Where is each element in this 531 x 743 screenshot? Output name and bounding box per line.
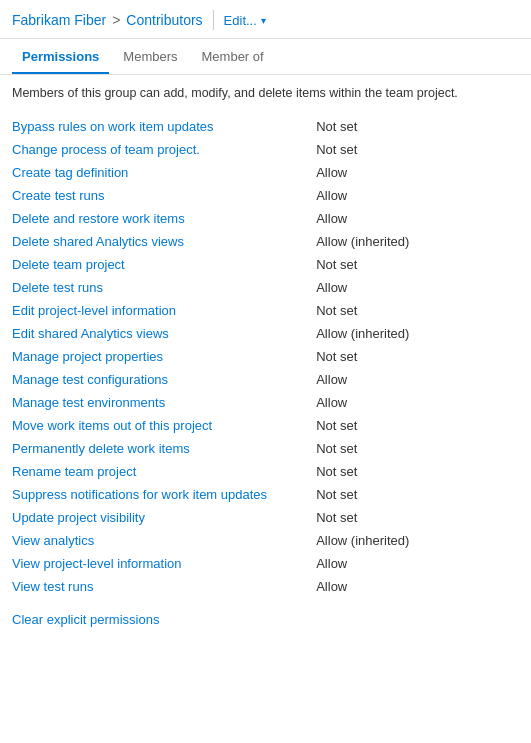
table-row: Change process of team project.Not set — [12, 138, 519, 161]
table-row: Bypass rules on work item updatesNot set — [12, 115, 519, 138]
edit-label: Edit... — [224, 13, 257, 28]
org-name-link[interactable]: Fabrikam Fiber — [12, 12, 106, 28]
permission-name-link[interactable]: Bypass rules on work item updates — [12, 115, 316, 138]
table-row: Create test runsAllow — [12, 184, 519, 207]
permission-name-link[interactable]: Change process of team project. — [12, 138, 316, 161]
table-row: Delete test runsAllow — [12, 276, 519, 299]
table-row: Create tag definitionAllow — [12, 161, 519, 184]
table-row: Edit project-level informationNot set — [12, 299, 519, 322]
permission-status: Allow (inherited) — [316, 322, 519, 345]
permission-name-link[interactable]: Manage project properties — [12, 345, 316, 368]
tab-member-of[interactable]: Member of — [192, 39, 274, 74]
permissions-table: Bypass rules on work item updatesNot set… — [12, 115, 519, 598]
permission-name-link[interactable]: Edit shared Analytics views — [12, 322, 316, 345]
breadcrumb: Fabrikam Fiber > Contributors — [12, 12, 203, 28]
table-row: View project-level informationAllow — [12, 552, 519, 575]
table-row: Suppress notifications for work item upd… — [12, 483, 519, 506]
permission-status: Allow — [316, 276, 519, 299]
permission-name-link[interactable]: Permanently delete work items — [12, 437, 316, 460]
permission-status: Not set — [316, 345, 519, 368]
permission-status: Not set — [316, 299, 519, 322]
permission-name-link[interactable]: Move work items out of this project — [12, 414, 316, 437]
table-row: Move work items out of this projectNot s… — [12, 414, 519, 437]
permission-name-link[interactable]: Delete test runs — [12, 276, 316, 299]
permission-status: Allow — [316, 391, 519, 414]
permission-name-link[interactable]: Rename team project — [12, 460, 316, 483]
table-row: View analyticsAllow (inherited) — [12, 529, 519, 552]
permission-status: Allow — [316, 368, 519, 391]
permission-name-link[interactable]: View project-level information — [12, 552, 316, 575]
permission-status: Allow — [316, 575, 519, 598]
tab-permissions[interactable]: Permissions — [12, 39, 109, 74]
permission-status: Allow — [316, 184, 519, 207]
permission-status: Not set — [316, 437, 519, 460]
tab-members[interactable]: Members — [113, 39, 187, 74]
permission-name-link[interactable]: View analytics — [12, 529, 316, 552]
permission-name-link[interactable]: Manage test configurations — [12, 368, 316, 391]
chevron-down-icon: ▾ — [261, 15, 266, 26]
table-row: Edit shared Analytics viewsAllow (inheri… — [12, 322, 519, 345]
permission-status: Not set — [316, 506, 519, 529]
permission-name-link[interactable]: View test runs — [12, 575, 316, 598]
permission-status: Not set — [316, 115, 519, 138]
permission-status: Allow — [316, 552, 519, 575]
permission-status: Allow (inherited) — [316, 230, 519, 253]
permission-name-link[interactable]: Create tag definition — [12, 161, 316, 184]
permission-name-link[interactable]: Delete shared Analytics views — [12, 230, 316, 253]
permission-name-link[interactable]: Edit project-level information — [12, 299, 316, 322]
permission-status: Not set — [316, 483, 519, 506]
permission-status: Allow — [316, 161, 519, 184]
permission-name-link[interactable]: Update project visibility — [12, 506, 316, 529]
table-row: Delete shared Analytics viewsAllow (inhe… — [12, 230, 519, 253]
permission-status: Allow (inherited) — [316, 529, 519, 552]
table-row: Manage test environmentsAllow — [12, 391, 519, 414]
permission-name-link[interactable]: Create test runs — [12, 184, 316, 207]
permission-status: Not set — [316, 414, 519, 437]
page-header: Fabrikam Fiber > Contributors Edit... ▾ — [0, 0, 531, 39]
table-row: Delete team projectNot set — [12, 253, 519, 276]
permission-status: Allow — [316, 207, 519, 230]
clear-permissions-link[interactable]: Clear explicit permissions — [12, 612, 159, 627]
permission-status: Not set — [316, 253, 519, 276]
table-row: Update project visibilityNot set — [12, 506, 519, 529]
table-row: Rename team projectNot set — [12, 460, 519, 483]
main-content: Members of this group can add, modify, a… — [0, 75, 531, 639]
group-name-link[interactable]: Contributors — [126, 12, 202, 28]
permission-name-link[interactable]: Delete team project — [12, 253, 316, 276]
table-row: View test runsAllow — [12, 575, 519, 598]
group-description: Members of this group can add, modify, a… — [12, 85, 519, 103]
permission-status: Not set — [316, 138, 519, 161]
permission-name-link[interactable]: Suppress notifications for work item upd… — [12, 483, 316, 506]
breadcrumb-separator: > — [112, 12, 120, 28]
header-divider — [213, 10, 214, 30]
permission-name-link[interactable]: Manage test environments — [12, 391, 316, 414]
table-row: Permanently delete work itemsNot set — [12, 437, 519, 460]
permission-status: Not set — [316, 460, 519, 483]
permission-name-link[interactable]: Delete and restore work items — [12, 207, 316, 230]
table-row: Manage test configurationsAllow — [12, 368, 519, 391]
table-row: Delete and restore work itemsAllow — [12, 207, 519, 230]
edit-action[interactable]: Edit... ▾ — [224, 13, 266, 28]
tab-bar: Permissions Members Member of — [0, 39, 531, 75]
table-row: Manage project propertiesNot set — [12, 345, 519, 368]
